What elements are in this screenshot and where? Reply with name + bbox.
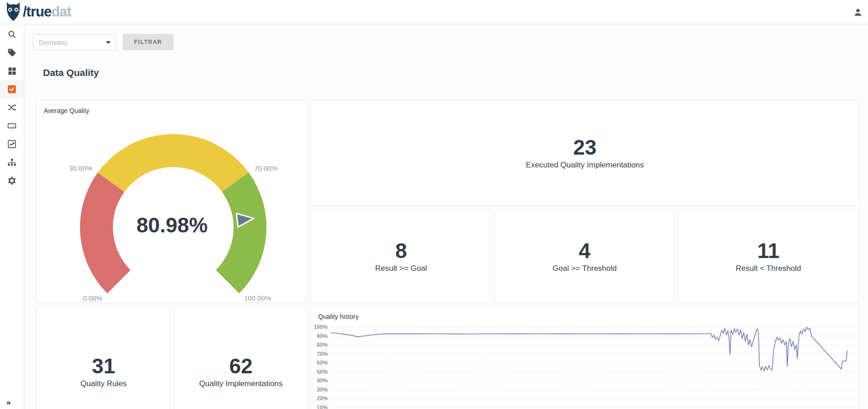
result-goal-card: 8 Result >= Goal — [310, 210, 492, 303]
quality-rules-label: Quality Rules — [80, 379, 127, 388]
data-sources-icon — [7, 121, 16, 130]
svg-text:10%: 10% — [317, 404, 328, 409]
quality-history-card: Quality history 100%90%80%70%60%50%40%30… — [310, 306, 859, 409]
result-threshold-label: Result < Threshold — [736, 264, 801, 273]
svg-text:0.00%: 0.00% — [83, 294, 103, 302]
goal-threshold-label: Goal >= Threshold — [553, 264, 617, 273]
svg-text:40%: 40% — [317, 377, 328, 384]
truedat-logo[interactable]: /truedat — [5, 2, 71, 22]
goal-threshold-value: 4 — [579, 239, 591, 263]
result-threshold-value: 11 — [757, 239, 780, 263]
sidebar-item-shuffle[interactable] — [0, 98, 24, 117]
user-menu-button[interactable] — [852, 6, 864, 19]
shuffle-icon — [7, 103, 16, 112]
grid-icon — [8, 67, 16, 75]
logo-true-part: /true — [23, 4, 51, 20]
logo-dat-part: dat — [51, 4, 71, 20]
sidebar-item-tags[interactable] — [0, 43, 24, 62]
svg-text:30.00%: 30.00% — [69, 164, 92, 172]
svg-text:80%: 80% — [317, 342, 328, 348]
sidebar-item-search[interactable] — [0, 25, 24, 43]
quality-rules-card: 31 Quality Rules — [36, 306, 171, 409]
quality-check-icon — [7, 85, 16, 94]
owl-logo-icon — [5, 2, 22, 22]
trend-chart-icon — [7, 140, 16, 149]
average-quality-card: Average Quality 0.00%30.00%70.00%100.00%… — [36, 100, 308, 303]
sidebar-nav: » — [0, 24, 24, 409]
filter-button[interactable]: FILTRAR — [122, 34, 174, 50]
sidebar-item-data-sources[interactable] — [0, 117, 24, 135]
quality-implementations-card: 62 Quality Implementations — [174, 306, 308, 409]
page-title: Data Quality — [43, 67, 99, 78]
sidebar-item-quality[interactable] — [0, 80, 24, 98]
logo-wordmark: /truedat — [23, 2, 71, 22]
search-icon — [7, 30, 16, 39]
sidebar-item-lineage[interactable] — [0, 153, 24, 172]
quality-implementations-value: 62 — [229, 355, 252, 378]
sidebar-expand-button[interactable]: » — [6, 398, 11, 406]
svg-text:70%: 70% — [317, 351, 328, 357]
domain-select-placeholder: Dominios — [39, 38, 106, 46]
executed-implementations-label: Executed Quality Implementations — [526, 161, 644, 170]
svg-text:60%: 60% — [317, 360, 328, 366]
svg-text:50%: 50% — [317, 369, 328, 375]
result-threshold-card: 11 Result < Threshold — [677, 210, 859, 303]
sidebar-item-insights[interactable] — [0, 135, 24, 153]
sidebar-item-settings[interactable] — [0, 172, 24, 190]
domain-select[interactable]: Dominios — [33, 34, 117, 50]
svg-text:20%: 20% — [317, 395, 328, 402]
tag-icon — [7, 48, 16, 57]
result-goal-value: 8 — [395, 239, 407, 263]
svg-text:90%: 90% — [317, 333, 328, 339]
svg-text:100.00%: 100.00% — [244, 294, 271, 302]
svg-text:100%: 100% — [314, 324, 328, 330]
top-bar: /truedat — [0, 0, 868, 24]
settings-icon — [7, 176, 16, 185]
user-icon — [853, 8, 863, 17]
sidebar-item-catalog[interactable] — [0, 62, 24, 80]
goal-threshold-card: 4 Goal >= Threshold — [495, 210, 675, 303]
chevron-down-icon — [106, 41, 111, 44]
executed-implementations-card: 23 Executed Quality Implementations — [310, 100, 859, 205]
executed-implementations-value: 23 — [573, 136, 596, 159]
svg-text:30%: 30% — [317, 387, 328, 393]
svg-text:70.00%: 70.00% — [254, 164, 277, 172]
quality-implementations-label: Quality Implementations — [199, 379, 282, 388]
gauge-value: 80.98% — [37, 213, 308, 237]
hierarchy-icon — [7, 158, 16, 167]
quality-history-chart: 100%90%80%70%60%50%40%30%20%10% — [311, 307, 859, 409]
average-quality-gauge: 0.00%30.00%70.00%100.00% — [37, 101, 309, 303]
quality-rules-value: 31 — [92, 355, 115, 378]
result-goal-label: Result >= Goal — [375, 264, 427, 273]
